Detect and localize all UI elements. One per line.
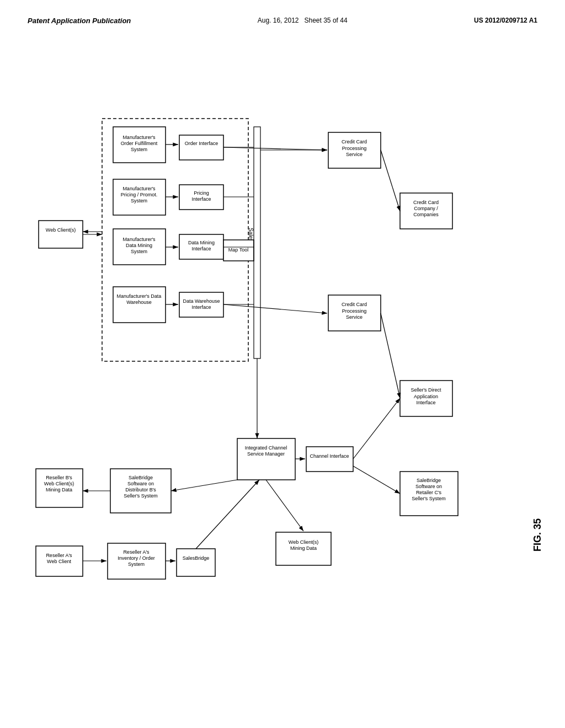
svg-line-84 [381,313,400,398]
svg-line-81 [223,147,327,150]
svg-rect-65 [36,469,83,507]
svg-text:Credit Card: Credit Card [413,200,439,205]
svg-text:Software on: Software on [415,484,442,489]
svg-text:Manufacturer's: Manufacturer's [122,186,156,191]
svg-rect-21 [179,234,223,259]
svg-text:Integrated Channel: Integrated Channel [245,445,287,451]
svg-rect-46 [237,438,295,480]
svg-text:SaleBridge: SaleBridge [129,475,153,480]
svg-rect-51 [400,381,452,416]
svg-text:Companies: Companies [413,212,439,217]
svg-line-106 [196,480,259,549]
svg-line-101 [171,480,237,491]
svg-text:Interface: Interface [191,304,211,310]
svg-text:Reseller A's: Reseller A's [46,553,72,558]
svg-text:Web Client(s): Web Client(s) [289,539,318,545]
publication-title: Patent Application Publication [28,17,131,25]
svg-rect-10 [113,179,166,215]
svg-text:Data Mining: Data Mining [188,240,215,245]
svg-rect-24 [113,287,166,323]
svg-text:System: System [131,249,147,254]
svg-text:Mining Data: Mining Data [290,545,317,551]
svg-rect-91 [254,127,260,358]
svg-rect-55 [110,469,171,513]
svg-text:Seller's System: Seller's System [124,493,158,499]
svg-text:Web Client(s): Web Client(s) [44,481,74,486]
svg-text:Pricing / Promot.: Pricing / Promot. [121,192,158,197]
svg-text:Order Interface: Order Interface [185,141,218,146]
svg-text:Interface: Interface [191,246,211,251]
svg-text:Manufacturer's Data: Manufacturer's Data [117,293,162,299]
svg-rect-42 [328,295,381,331]
svg-text:Credit Card: Credit Card [342,139,367,144]
svg-line-103 [266,480,303,531]
svg-text:Data Mining: Data Mining [126,243,152,248]
svg-text:Seller's Direct: Seller's Direct [411,387,441,393]
svg-text:Service Manager: Service Manager [247,451,285,457]
svg-text:Software on: Software on [127,481,154,486]
header-center: Aug. 16, 2012 Sheet 35 of 44 [258,17,348,24]
diagram-area: SalesBridge Manufacturer's Order Fulfill… [17,55,546,706]
svg-text:Warehouse: Warehouse [126,299,152,305]
header: Patent Application Publication Aug. 16, … [0,0,565,25]
svg-text:Map Tool: Map Tool [228,247,248,253]
svg-rect-38 [400,193,452,229]
svg-line-99 [353,398,400,459]
svg-text:System: System [128,561,145,567]
svg-rect-72 [108,543,166,579]
svg-rect-30 [223,240,254,261]
svg-text:Interface: Interface [191,196,211,202]
svg-text:Reseller A's: Reseller A's [123,549,150,555]
header-right: US 2012/0209712 A1 [474,17,537,24]
svg-line-100 [353,466,400,494]
svg-text:SalesBridge: SalesBridge [248,228,254,258]
svg-rect-32 [39,221,83,248]
svg-text:Reseller B's: Reseller B's [46,475,72,480]
svg-text:System: System [131,147,147,152]
svg-text:Processing: Processing [342,146,367,151]
svg-text:Distributor B's: Distributor B's [125,487,156,493]
svg-text:Web Client: Web Client [47,559,71,564]
svg-text:Manufacturer's: Manufacturer's [122,237,156,242]
svg-rect-76 [177,549,215,576]
svg-text:Web Client(s): Web Client(s) [46,227,76,233]
svg-rect-17 [113,229,166,265]
svg-rect-49 [306,447,353,472]
fig-label: FIG. 35 [532,518,543,552]
svg-text:Company /: Company / [414,206,438,211]
svg-text:Retailer C's: Retailer C's [416,490,442,495]
svg-text:Data Warehouse: Data Warehouse [183,298,220,304]
svg-rect-2 [102,119,248,361]
svg-line-82 [381,150,400,211]
header-left: Patent Application Publication [28,17,131,25]
patent-number: US 2012/0209712 A1 [474,17,537,24]
svg-text:Inventory / Order: Inventory / Order [118,555,155,561]
svg-rect-78 [276,532,331,565]
diagram-svg: SalesBridge Manufacturer's Order Fulfill… [17,55,546,706]
svg-text:Pricing: Pricing [194,190,209,196]
svg-rect-60 [400,472,458,516]
svg-rect-8 [179,135,223,160]
svg-text:Service: Service [346,314,363,320]
page: Patent Application Publication Aug. 16, … [0,0,565,728]
svg-text:System: System [131,198,147,204]
publication-date: Aug. 16, 2012 [258,17,299,24]
svg-text:Seller's System: Seller's System [412,496,446,501]
svg-rect-14 [179,185,223,210]
svg-text:Credit Card: Credit Card [342,302,367,307]
svg-text:Processing: Processing [342,308,367,314]
svg-rect-4 [113,127,166,163]
svg-rect-34 [328,132,381,168]
svg-text:Order Fulfillment: Order Fulfillment [121,141,158,146]
svg-rect-69 [36,546,83,576]
svg-rect-27 [179,292,223,317]
svg-text:SaleBridge: SaleBridge [417,478,441,483]
svg-text:Channel Interface: Channel Interface [310,453,349,459]
sheet-info: Sheet 35 of 44 [305,17,348,24]
svg-text:Mining Data: Mining Data [46,487,72,493]
svg-text:SalesBridge: SalesBridge [183,555,210,561]
svg-text:Manufacturer's: Manufacturer's [122,135,156,140]
svg-text:Service: Service [346,152,363,157]
svg-line-83 [223,304,327,313]
svg-text:Interface: Interface [416,400,435,405]
